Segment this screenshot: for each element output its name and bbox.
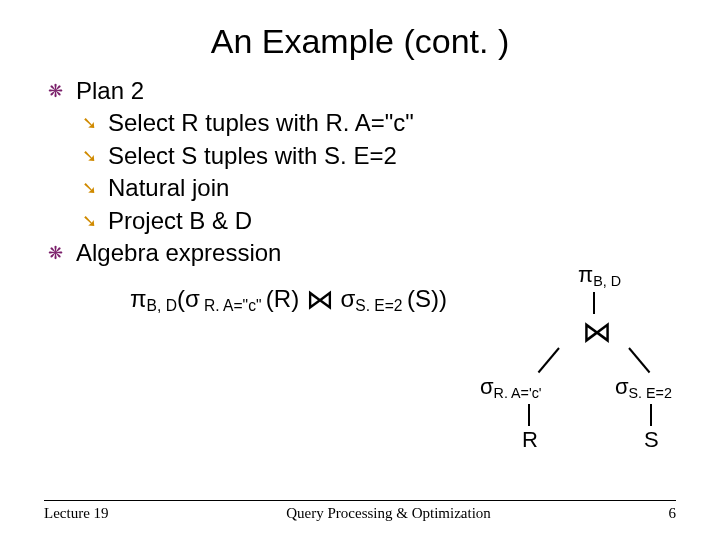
slide-title: An Example (cont. ) xyxy=(0,0,720,69)
tree-edge xyxy=(650,404,652,426)
sigma-symbol: σ xyxy=(480,374,494,399)
sigma-symbol: σ xyxy=(615,374,629,399)
bullet-plan: ❋ Plan 2 xyxy=(48,75,720,107)
tree-edge xyxy=(538,347,560,373)
tree-edge xyxy=(593,292,595,314)
sigma1-subscript: R. A="c" xyxy=(200,297,266,314)
pi-symbol: π xyxy=(130,285,147,312)
arrow-se-icon: ➘ xyxy=(82,205,108,237)
tree-edge xyxy=(628,347,650,373)
pi-subscript: B, D xyxy=(593,273,621,289)
R-part: (R) xyxy=(266,285,299,312)
footer: Lecture 19 Query Processing & Optimizati… xyxy=(0,500,720,522)
tree-join-icon: ⋈ xyxy=(582,314,612,349)
tree-R: R xyxy=(522,427,538,453)
bullet-step3: ➘ Natural join xyxy=(48,172,720,204)
sigma2-subscript: S. E=2 xyxy=(355,297,407,314)
footer-center: Query Processing & Optimization xyxy=(286,505,491,522)
query-tree: πB, D ⋈ σR. A='c' σS. E=2 R S xyxy=(460,262,690,462)
lparen: ( xyxy=(177,285,185,312)
footer-rule xyxy=(44,500,676,501)
bullet-text: Project B & D xyxy=(108,205,252,237)
bullet-text: Select S tuples with S. E=2 xyxy=(108,140,397,172)
bullet-step2: ➘ Select S tuples with S. E=2 xyxy=(48,140,720,172)
S-part: (S)) xyxy=(407,285,447,312)
join-icon: ⋈ xyxy=(306,284,334,315)
sigma-right-subscript: S. E=2 xyxy=(629,385,672,401)
bullet-step4: ➘ Project B & D xyxy=(48,205,720,237)
sigma-symbol: σ xyxy=(340,285,355,312)
tree-S: S xyxy=(644,427,659,453)
tree-sigma-left: σR. A='c' xyxy=(480,374,542,401)
flower-icon: ❋ xyxy=(48,237,76,269)
bullet-step1: ➘ Select R tuples with R. A="c" xyxy=(48,107,720,139)
pi-symbol: π xyxy=(578,262,593,287)
flower-icon: ❋ xyxy=(48,75,76,107)
footer-left: Lecture 19 xyxy=(44,505,109,522)
sigma-symbol: σ xyxy=(185,285,200,312)
arrow-se-icon: ➘ xyxy=(82,140,108,172)
tree-edge xyxy=(528,404,530,426)
arrow-se-icon: ➘ xyxy=(82,172,108,204)
sigma-left-subscript: R. A='c' xyxy=(494,385,542,401)
bullet-text: Select R tuples with R. A="c" xyxy=(108,107,414,139)
slide: An Example (cont. ) ❋ Plan 2 ➘ Select R … xyxy=(0,0,720,540)
tree-sigma-right: σS. E=2 xyxy=(615,374,672,401)
bullet-text: Algebra expression xyxy=(76,237,281,269)
tree-pi: πB, D xyxy=(578,262,621,289)
pi-subscript: B, D xyxy=(147,297,177,314)
bullet-text: Plan 2 xyxy=(76,75,144,107)
footer-right: 6 xyxy=(669,505,677,522)
arrow-se-icon: ➘ xyxy=(82,107,108,139)
bullet-text: Natural join xyxy=(108,172,229,204)
